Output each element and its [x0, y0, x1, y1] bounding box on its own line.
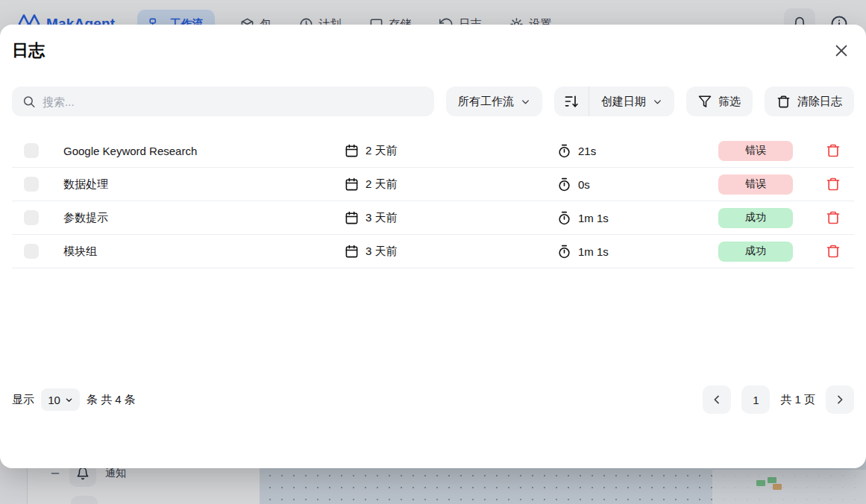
row-checkbox[interactable] — [24, 244, 39, 259]
total-pages-label: 共 1 页 — [780, 393, 815, 407]
log-date: 2 天前 — [365, 177, 398, 192]
prev-page-button[interactable] — [703, 385, 731, 414]
stopwatch-icon — [557, 245, 571, 259]
sort-by-label: 创建日期 — [601, 95, 646, 109]
status-badge: 错误 — [718, 174, 793, 195]
next-page-button[interactable] — [826, 385, 854, 414]
pagination: 1 共 1 页 — [703, 385, 854, 414]
table-row: Google Keyword Research 2 天前 21s 错误 — [12, 134, 854, 168]
log-duration: 1m 1s — [578, 212, 609, 224]
stopwatch-icon — [557, 211, 571, 225]
calendar-icon — [345, 177, 359, 192]
logs-toolbar: 所有工作流 创建日期 — [12, 86, 854, 116]
trash-icon — [826, 177, 841, 192]
show-label: 显示 — [12, 393, 34, 407]
trash-icon — [826, 210, 841, 225]
search-box — [12, 86, 434, 116]
sort-by-dropdown[interactable]: 创建日期 — [589, 86, 674, 116]
logs-table: Google Keyword Research 2 天前 21s 错误 — [12, 134, 854, 268]
delete-log-button[interactable] — [826, 177, 841, 192]
chevron-down-icon — [65, 396, 73, 404]
logs-modal: 日志 所有工作流 — [0, 25, 866, 468]
table-row: 参数提示 3 天前 1m 1s 成功 — [12, 201, 854, 235]
search-input[interactable] — [43, 95, 424, 108]
calendar-icon — [345, 245, 359, 259]
table-row: 数据处理 2 天前 0s 错误 — [12, 168, 854, 201]
log-date: 3 天前 — [365, 211, 398, 225]
row-checkbox[interactable] — [24, 210, 39, 225]
status-badge: 成功 — [718, 208, 793, 228]
clear-logs-label: 清除日志 — [797, 95, 842, 109]
log-date: 2 天前 — [365, 144, 398, 158]
delete-log-button[interactable] — [826, 143, 841, 158]
log-duration: 21s — [578, 145, 596, 157]
status-badge: 成功 — [718, 242, 793, 262]
workflow-filter-label: 所有工作流 — [458, 95, 514, 109]
close-icon — [833, 42, 850, 59]
page-size-controls: 显示 10 条 共 4 条 — [12, 388, 136, 411]
search-icon — [22, 95, 36, 109]
funnel-icon — [698, 95, 712, 108]
total-items-label: 条 共 4 条 — [87, 393, 136, 407]
log-date: 3 天前 — [365, 245, 398, 259]
trash-icon — [826, 244, 841, 259]
row-checkbox[interactable] — [24, 177, 39, 192]
chevron-down-icon — [521, 97, 530, 107]
trash-icon — [776, 95, 791, 109]
status-badge: 错误 — [718, 141, 793, 161]
current-page: 1 — [741, 385, 770, 414]
calendar-icon — [345, 144, 359, 158]
app-root: MakAgent 工作流 包 计划 — [0, 0, 866, 504]
row-checkbox[interactable] — [24, 143, 39, 158]
page-size-value: 10 — [48, 394, 60, 406]
log-duration: 1m 1s — [578, 245, 609, 258]
clear-logs-button[interactable]: 清除日志 — [765, 86, 854, 116]
delete-log-button[interactable] — [826, 210, 841, 225]
log-name: Google Keyword Research — [63, 145, 345, 157]
modal-footer: 显示 10 条 共 4 条 1 共 1 页 — [12, 385, 854, 414]
chevron-left-icon — [711, 394, 723, 406]
sort-direction-button[interactable] — [554, 86, 589, 116]
close-modal-button[interactable] — [833, 42, 850, 59]
stopwatch-icon — [557, 177, 571, 192]
chevron-right-icon — [834, 394, 846, 406]
filter-label: 筛选 — [718, 95, 741, 109]
log-name: 参数提示 — [63, 211, 345, 225]
stopwatch-icon — [557, 144, 571, 158]
sort-descending-icon — [564, 94, 579, 109]
modal-title: 日志 — [12, 40, 45, 62]
delete-log-button[interactable] — [826, 244, 841, 259]
calendar-icon — [345, 211, 359, 225]
page-size-select[interactable]: 10 — [41, 388, 80, 411]
log-name: 模块组 — [63, 245, 345, 259]
trash-icon — [826, 143, 841, 158]
chevron-down-icon — [653, 97, 662, 107]
log-duration: 0s — [578, 178, 590, 191]
sort-controls: 创建日期 — [554, 86, 674, 116]
filter-button[interactable]: 筛选 — [686, 86, 753, 116]
log-name: 数据处理 — [63, 177, 345, 192]
table-row: 模块组 3 天前 1m 1s 成功 — [12, 235, 854, 268]
workflow-filter-dropdown[interactable]: 所有工作流 — [446, 86, 542, 116]
